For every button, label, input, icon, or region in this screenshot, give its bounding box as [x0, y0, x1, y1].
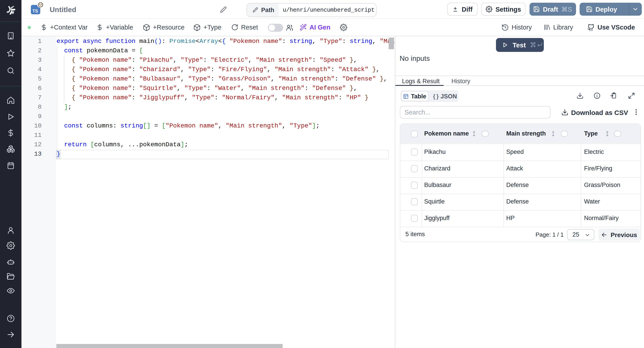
svg-text:TS: TS: [32, 8, 38, 13]
